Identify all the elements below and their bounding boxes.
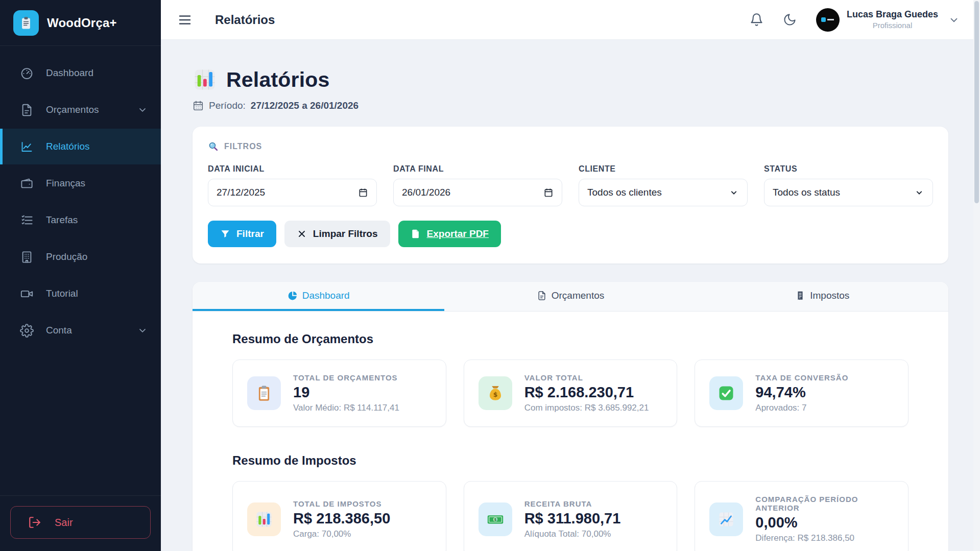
calendar-icon	[543, 187, 554, 198]
tabs: Dashboard Orçamentos Impostos	[193, 282, 948, 312]
factory-icon	[20, 250, 34, 264]
sidebar-item-label: Produção	[46, 251, 87, 262]
stat-value: R$ 2.168.230,71	[524, 384, 649, 401]
section-title-orcamentos: Resumo de Orçamentos	[232, 332, 909, 346]
stat-value: 0,00%	[755, 514, 894, 531]
filters-grid: DATA INICIAL 27/12/2025 DATA FINAL 26/01…	[208, 164, 933, 206]
sidebar-item-orcamentos[interactable]: Orçamentos	[0, 92, 161, 128]
period-label: Período:	[209, 100, 246, 111]
sidebar-item-financas[interactable]: Finanças	[0, 165, 161, 201]
brand: WoodOrça+	[0, 0, 161, 46]
stat-sub: Alíquota Total: 70,00%	[524, 529, 621, 539]
avatar	[816, 8, 840, 32]
clear-filters-button[interactable]: Limpar Filtros	[284, 221, 390, 247]
field-label: DATA FINAL	[393, 164, 562, 174]
stat-texts: COMPARAÇÃO PERÍODO ANTERIOR 0,00% Difere…	[755, 495, 894, 543]
banknote-emoji: $	[479, 502, 512, 536]
stat-value: R$ 311.980,71	[524, 510, 621, 527]
page-title: Relatórios	[226, 68, 330, 92]
app-name: WoodOrça+	[47, 16, 117, 30]
date-end-value: 26/01/2026	[402, 187, 543, 198]
tab-dashboard[interactable]: Dashboard	[193, 282, 444, 311]
stat-card-receita-bruta: $ RECEITA BRUTA R$ 311.980,71 Alíquota T…	[464, 481, 678, 551]
sidebar-item-label: Relatórios	[46, 141, 90, 152]
chevron-down-icon	[137, 325, 148, 336]
filters-card: FILTROS DATA INICIAL 27/12/2025 DATA FIN…	[193, 127, 948, 263]
client-select[interactable]: Todos os clientes	[579, 179, 748, 206]
stat-texts: TOTAL DE IMPOSTOS R$ 218.386,50 Carga: 7…	[293, 499, 390, 539]
impostos-cards: TOTAL DE IMPOSTOS R$ 218.386,50 Carga: 7…	[232, 481, 909, 551]
field-status: STATUS Todos os status	[764, 164, 933, 206]
tab-label: Dashboard	[302, 290, 350, 301]
clipboard-logo-icon	[19, 16, 33, 30]
section-title-impostos: Resumo de Impostos	[232, 453, 909, 468]
sidebar-item-producao[interactable]: Produção	[0, 239, 161, 275]
stat-card-taxa-conversao: TAXA DE CONVERSÃO 94,74% Aprovados: 7	[695, 360, 909, 427]
export-pdf-button[interactable]: Exportar PDF	[398, 221, 501, 247]
orcamentos-cards: TOTAL DE ORÇAMENTOS 19 Valor Médio: R$ 1…	[232, 360, 909, 427]
bell-icon[interactable]	[750, 13, 763, 27]
clear-filters-label: Limpar Filtros	[313, 228, 378, 239]
stat-sub: Carga: 70,00%	[293, 529, 390, 539]
scrollbar-thumb[interactable]	[974, 1, 979, 203]
chevron-down-icon	[948, 14, 960, 26]
bar-chart-emoji	[247, 502, 281, 536]
sidebar: WoodOrça+ Dashboard Orçamentos	[0, 0, 161, 551]
logout-label: Sair	[55, 517, 73, 529]
logout-button[interactable]: Sair	[10, 506, 151, 539]
sidebar-item-label: Finanças	[46, 178, 85, 189]
app-logo	[13, 10, 39, 36]
menu-icon[interactable]	[177, 12, 193, 28]
clipboard-emoji	[247, 376, 281, 410]
period-row: Período: 27/12/2025 a 26/01/2026	[193, 100, 948, 111]
filter-button[interactable]: Filtrar	[208, 221, 276, 247]
document-icon	[537, 291, 547, 301]
calendar-icon	[193, 100, 204, 111]
stat-texts: TOTAL DE ORÇAMENTOS 19 Valor Médio: R$ 1…	[293, 373, 399, 413]
sidebar-item-tutorial[interactable]: Tutorial	[0, 276, 161, 312]
wallet-icon	[20, 177, 34, 190]
stat-sub: Com impostos: R$ 3.685.992,21	[524, 403, 649, 413]
stat-value: 19	[293, 384, 399, 401]
main-column: Relatórios Lucas Braga Guedes Profission…	[161, 0, 980, 551]
stat-card-total-orcamentos: TOTAL DE ORÇAMENTOS 19 Valor Médio: R$ 1…	[232, 360, 446, 427]
video-icon	[20, 287, 34, 301]
stat-card-comparacao: COMPARAÇÃO PERÍODO ANTERIOR 0,00% Difere…	[695, 481, 909, 551]
field-label: CLIENTE	[579, 164, 748, 174]
calendar-icon	[358, 187, 368, 198]
stat-label: RECEITA BRUTA	[524, 499, 621, 508]
field-data-inicial: DATA INICIAL 27/12/2025	[208, 164, 377, 206]
gauge-icon	[20, 66, 34, 80]
scrollbar[interactable]	[973, 0, 980, 551]
tab-orcamentos[interactable]: Orçamentos	[444, 282, 696, 311]
period-value: 27/12/2025 a 26/01/2026	[251, 100, 358, 111]
pie-chart-icon	[288, 291, 298, 301]
sidebar-item-dashboard[interactable]: Dashboard	[0, 55, 161, 91]
tab-impostos[interactable]: Impostos	[697, 282, 948, 311]
sidebar-item-relatorios[interactable]: Relatórios	[0, 129, 161, 164]
field-data-final: DATA FINAL 26/01/2026	[393, 164, 562, 206]
moon-icon[interactable]	[783, 13, 797, 27]
bar-chart-emoji	[193, 67, 217, 92]
chart-line-icon	[20, 140, 34, 154]
logout-icon	[28, 516, 41, 529]
topbar-actions: Lucas Braga Guedes Profissional	[750, 8, 960, 32]
filter-button-label: Filtrar	[236, 228, 264, 239]
stat-label: COMPARAÇÃO PERÍODO ANTERIOR	[755, 495, 894, 512]
stat-card-total-impostos: TOTAL DE IMPOSTOS R$ 218.386,50 Carga: 7…	[232, 481, 446, 551]
chevron-down-icon	[137, 105, 148, 115]
money-bag-emoji: $	[479, 376, 512, 410]
stat-label: VALOR TOTAL	[524, 373, 649, 382]
chart-up-emoji	[709, 502, 743, 536]
date-start-value: 27/12/2025	[217, 187, 358, 198]
sidebar-item-conta[interactable]: Conta	[0, 313, 161, 348]
filters-head: FILTROS	[208, 141, 933, 152]
sidebar-item-tarefas[interactable]: Tarefas	[0, 202, 161, 238]
status-select[interactable]: Todos os status	[764, 179, 933, 206]
check-emoji	[709, 376, 743, 410]
page-head: Relatórios	[193, 67, 948, 92]
date-start-input[interactable]: 27/12/2025	[208, 179, 377, 206]
user-menu[interactable]: Lucas Braga Guedes Profissional	[816, 8, 960, 32]
date-end-input[interactable]: 26/01/2026	[393, 179, 562, 206]
main-content: Relatórios Período: 27/12/2025 a 26/01/2…	[161, 40, 980, 551]
